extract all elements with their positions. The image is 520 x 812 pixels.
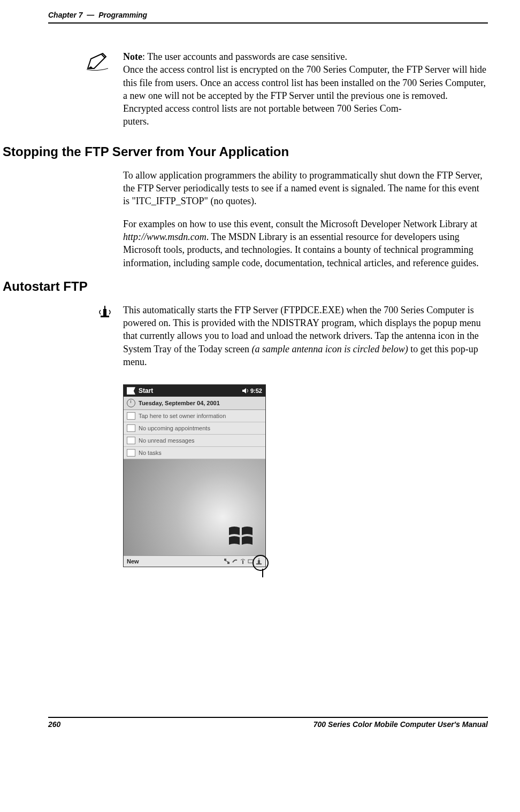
section1-p1: To allow application programmers the abi… [123, 169, 488, 208]
pda-bottom-bar[interactable]: New [124, 555, 265, 567]
tasks-label: No tasks [139, 450, 162, 456]
antenna-icon [97, 304, 123, 321]
msg-label: No unread messages [139, 437, 195, 444]
note-pencil-icon [86, 50, 123, 74]
heading-stopping-ftp: Stopping the FTP Server from Your Applic… [3, 144, 488, 159]
date-label: Tuesday, September 04, 2001 [139, 400, 220, 406]
svg-rect-9 [253, 561, 254, 562]
speaker-icon [242, 388, 249, 393]
manual-title: 700 Series Color Mobile Computer User's … [313, 720, 488, 729]
svg-rect-5 [227, 562, 230, 564]
calendar-icon [127, 424, 135, 432]
start-flag-icon[interactable] [127, 387, 135, 395]
note-label: Note [123, 51, 142, 62]
tray-network-icon[interactable] [224, 558, 230, 564]
tray-antenna-icon[interactable] [256, 558, 262, 564]
page-number: 260 [48, 720, 60, 729]
note-text: Note: The user accounts and passwords ar… [123, 50, 488, 128]
windows-logo-icon [227, 524, 255, 548]
note-line4: puters. [123, 116, 149, 127]
new-label[interactable]: New [127, 558, 139, 564]
svg-rect-10 [258, 560, 260, 564]
tray-signal-icon[interactable] [240, 558, 246, 564]
running-header: Chapter 7 — Programming [48, 11, 488, 24]
chapter-label: Chapter 7 [48, 11, 83, 19]
pda-appt-row[interactable]: No upcoming appointments [124, 422, 265, 435]
time-label: 9:52 [250, 388, 262, 394]
pda-msg-row[interactable]: No unread messages [124, 435, 265, 447]
section1-p2: For examples on how to use this event, c… [123, 218, 488, 269]
heading-autostart-ftp: Autostart FTP [3, 279, 488, 294]
clock-icon [127, 399, 135, 407]
svg-line-6 [225, 561, 228, 562]
owner-label: Tap here to set owner information [139, 413, 226, 419]
note-block: Note: The user accounts and passwords ar… [86, 50, 488, 128]
svg-rect-8 [248, 560, 253, 563]
owner-icon [127, 412, 135, 420]
pda-wallpaper [124, 459, 265, 555]
annotation-tail [262, 569, 263, 577]
section1-p2a: For examples on how to use this event, c… [123, 219, 477, 229]
chapter-title: Programming [98, 11, 147, 19]
pda-tasks-row[interactable]: No tasks [124, 447, 265, 459]
start-label[interactable]: Start [139, 387, 153, 395]
envelope-icon [127, 437, 135, 444]
svg-rect-4 [224, 559, 226, 561]
checkbox-icon [127, 449, 135, 457]
appt-label: No upcoming appointments [139, 425, 210, 431]
note-line2: Once the access control list is encrypte… [123, 64, 486, 101]
section2-p1: This automatically starts the FTP Server… [123, 304, 488, 368]
pda-date-row[interactable]: Tuesday, September 04, 2001 [124, 397, 265, 410]
svg-rect-0 [103, 309, 106, 316]
pda-screenshot: Start 9:52 Tuesday, September 04, 2001 T… [123, 384, 488, 567]
page-footer: 260 700 Series Color Mobile Computer Use… [48, 717, 488, 729]
note-line3: Encrypted access control lists are not p… [123, 103, 402, 114]
pda-owner-row[interactable]: Tap here to set owner information [124, 410, 265, 422]
pda-titlebar[interactable]: Start 9:52 [124, 385, 265, 397]
clock-area[interactable]: 9:52 [242, 388, 262, 394]
svg-marker-3 [242, 388, 246, 393]
note-line1: : The user accounts and passwords are ca… [142, 51, 347, 62]
tray-link-icon[interactable] [232, 558, 238, 564]
tray-battery-icon[interactable] [248, 558, 254, 564]
section2-p1ital: (a sample antenna icon is circled below) [251, 344, 408, 354]
msdn-url: http://www.msdn.com [123, 231, 207, 242]
header-dash: — [87, 11, 94, 19]
